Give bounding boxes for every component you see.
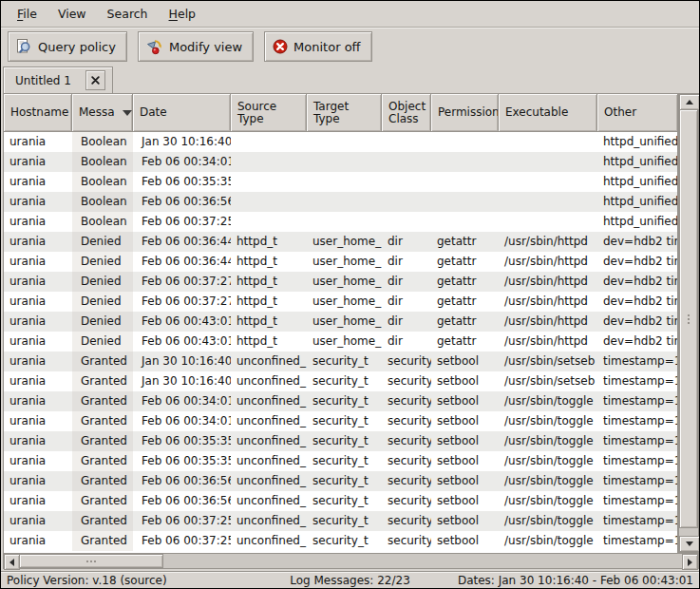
column-header-source_type[interactable]: SourceType: [231, 93, 307, 132]
seaudit-window: FileViewSearchHelp Query policy: [0, 0, 700, 589]
cell-message: Granted: [72, 411, 133, 431]
cell-object_class: dir: [382, 312, 431, 332]
menu-file[interactable]: File: [7, 2, 47, 26]
cell-other: dev=hdb2 timesta: [597, 312, 678, 332]
column-header-label: Executable: [505, 106, 568, 119]
column-header-label: Permission: [438, 106, 499, 119]
cell-other: timestamp=11076: [597, 391, 678, 411]
cell-other: timestamp=11076: [597, 511, 678, 531]
cell-date: Feb 06 00:36:44: [133, 252, 231, 272]
cell-date: Feb 06 00:43:01: [133, 312, 231, 332]
menu-search[interactable]: Search: [97, 2, 159, 26]
vertical-scrollbar-thumb[interactable]: [679, 109, 698, 528]
column-header-other[interactable]: Other: [597, 93, 678, 132]
cell-permission: getattr: [431, 312, 499, 332]
column-header-date[interactable]: Date: [133, 93, 231, 132]
menu-help[interactable]: Help: [159, 2, 207, 26]
cell-message: Granted: [72, 391, 133, 411]
cell-other: httpd_unified:1, h: [597, 132, 678, 152]
column-header-object_class[interactable]: ObjectClass: [382, 93, 431, 132]
table-row[interactable]: uraniaDeniedFeb 06 00:37:27httpd_tuser_h…: [4, 272, 677, 292]
policy-version-status: Policy Version: v.18 (source): [7, 574, 290, 587]
cell-executable: /usr/sbin/httpd: [499, 272, 597, 292]
horizontal-scrollbar-thumb[interactable]: [19, 554, 163, 568]
cell-target_type: security_t: [307, 531, 382, 551]
cell-permission: [431, 152, 499, 172]
tab-close-button[interactable]: [85, 70, 105, 90]
table-row[interactable]: uraniaGrantedFeb 06 00:37:25unconfined_s…: [4, 531, 677, 551]
table-row[interactable]: uraniaDeniedFeb 06 00:36:44httpd_tuser_h…: [4, 252, 677, 272]
query-policy-button[interactable]: Query policy: [8, 31, 127, 62]
scroll-left-button[interactable]: [4, 554, 20, 570]
cell-date: Feb 06 00:35:35: [133, 172, 231, 192]
cell-permission: [431, 172, 499, 192]
cell-other: timestamp=11076: [597, 531, 678, 551]
cell-permission: setbool: [431, 511, 499, 531]
column-header-executable[interactable]: Executable: [499, 93, 597, 132]
cell-hostname: urania: [4, 132, 72, 152]
table-row[interactable]: uraniaGrantedFeb 06 00:34:01unconfined_s…: [4, 391, 677, 411]
query-policy-icon: [16, 39, 32, 54]
table-row[interactable]: uraniaBooleanJan 30 10:16:40httpd_unifie…: [4, 132, 677, 152]
cell-target_type: user_home_: [307, 232, 382, 252]
column-header-message[interactable]: Messa: [72, 93, 133, 132]
table-row[interactable]: uraniaGrantedFeb 06 00:34:01unconfined_s…: [4, 411, 677, 431]
cell-other: dev=hdb2 timesta: [597, 292, 678, 312]
cell-executable: [499, 212, 597, 232]
cell-other: timestamp=11076: [597, 471, 678, 491]
horizontal-scrollbar[interactable]: [3, 553, 699, 569]
cell-executable: [499, 172, 597, 192]
cell-target_type: user_home_: [307, 292, 382, 312]
table-row[interactable]: uraniaGrantedFeb 06 00:37:25unconfined_s…: [4, 511, 677, 531]
cell-other: httpd_unified:1, h: [597, 192, 678, 212]
table-row[interactable]: uraniaGrantedFeb 06 00:36:56unconfined_s…: [4, 491, 677, 511]
cell-object_class: dir: [382, 332, 431, 352]
cell-message: Granted: [72, 451, 133, 471]
table-row[interactable]: uraniaDeniedFeb 06 00:43:01httpd_tuser_h…: [4, 332, 677, 352]
menu-view[interactable]: View: [47, 2, 97, 26]
scroll-down-button[interactable]: [679, 536, 700, 552]
cell-message: Denied: [72, 232, 133, 252]
table-row[interactable]: uraniaBooleanFeb 06 00:36:56httpd_unifie…: [4, 192, 677, 212]
table-row[interactable]: uraniaGrantedJan 30 10:16:40unconfined_s…: [4, 371, 677, 391]
table-row[interactable]: uraniaDeniedFeb 06 00:36:44httpd_tuser_h…: [4, 232, 677, 252]
table-row[interactable]: uraniaBooleanFeb 06 00:34:01httpd_unifie…: [4, 152, 677, 172]
monitor-off-button[interactable]: Monitor off: [264, 31, 371, 62]
table-row[interactable]: uraniaGrantedFeb 06 00:35:35unconfined_s…: [4, 451, 677, 471]
table-row[interactable]: uraniaBooleanFeb 06 00:37:25httpd_unifie…: [4, 212, 677, 232]
cell-permission: getattr: [431, 272, 499, 292]
column-header-permission[interactable]: Permission: [431, 93, 499, 132]
table-row[interactable]: uraniaDeniedFeb 06 00:37:27httpd_tuser_h…: [4, 292, 677, 312]
table-row[interactable]: uraniaGrantedJan 30 10:16:40unconfined_s…: [4, 352, 677, 371]
scroll-right-button[interactable]: [682, 554, 698, 570]
cell-target_type: user_home_: [307, 272, 382, 292]
cell-permission: setbool: [431, 471, 499, 491]
column-header-label: Messa: [79, 106, 115, 119]
cell-hostname: urania: [4, 212, 72, 232]
toolbar: Query policy Modify view Mo: [8, 31, 372, 62]
cell-executable: /usr/sbin/httpd: [499, 332, 597, 352]
table-row[interactable]: uraniaDeniedFeb 06 00:43:01httpd_tuser_h…: [4, 312, 677, 332]
column-header-target_type[interactable]: TargetType: [307, 93, 382, 132]
column-header-hostname[interactable]: Hostname: [4, 93, 72, 132]
cell-object_class: dir: [382, 252, 431, 272]
table-row[interactable]: uraniaBooleanFeb 06 00:35:35httpd_unifie…: [4, 172, 677, 192]
vertical-scrollbar[interactable]: [678, 93, 699, 553]
cell-target_type: [307, 192, 382, 212]
modify-view-label: Modify view: [169, 40, 242, 54]
close-icon: [91, 76, 100, 85]
scroll-up-button[interactable]: [679, 94, 700, 110]
modify-view-button[interactable]: Modify view: [138, 31, 254, 62]
cell-source_type: unconfined_: [231, 352, 307, 371]
cell-other: dev=hdb2 timesta: [597, 332, 678, 352]
tab-untitled-1[interactable]: Untitled 1: [3, 66, 113, 93]
table-row[interactable]: uraniaGrantedFeb 06 00:36:56unconfined_s…: [4, 471, 677, 491]
cell-permission: setbool: [431, 352, 499, 371]
tab-label: Untitled 1: [15, 74, 71, 87]
table-row[interactable]: uraniaGrantedFeb 06 00:35:35unconfined_s…: [4, 431, 677, 451]
cell-object_class: security: [382, 531, 431, 551]
cell-source_type: httpd_t: [231, 332, 307, 352]
cell-date: Feb 06 00:34:01: [133, 391, 231, 411]
cell-object_class: security: [382, 352, 431, 371]
cell-hostname: urania: [4, 451, 72, 471]
